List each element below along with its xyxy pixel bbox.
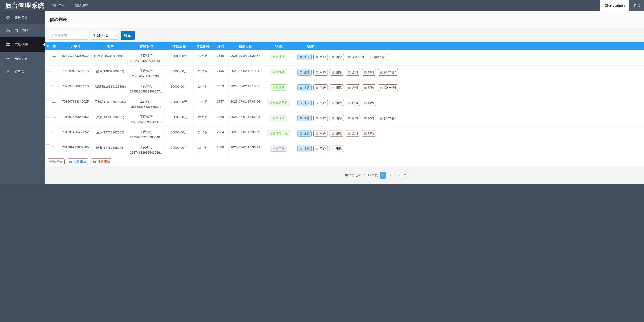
action-button-删除[interactable]: 删除 (330, 115, 344, 121)
cell-customer: 聚聚(14785236955) (92, 112, 128, 127)
next-page-button[interactable]: 下一页 (396, 172, 408, 179)
action-button-label: 合同 (352, 86, 358, 90)
sidebar-item-3[interactable]: 借款列表 (0, 37, 45, 52)
users-icon (6, 29, 10, 33)
action-button-label: 删除 (336, 86, 342, 90)
action-button-业务[interactable]: 业务 (297, 85, 312, 91)
action-button-解约[interactable]: 解约 (362, 130, 376, 137)
bank-card-number: 24856985236985448... (128, 135, 164, 140)
action-button-业务[interactable]: 业务 (297, 54, 312, 60)
action-button-用户[interactable]: 用户 (314, 54, 328, 60)
action-button-label: 解约 (368, 86, 374, 90)
action-button-合同[interactable]: 合同 (346, 130, 360, 137)
sidebar-item-4[interactable]: 系统设置 (0, 52, 45, 65)
action-button-解约[interactable]: 解约 (362, 115, 376, 121)
action-button-业务[interactable]: 业务 (297, 130, 312, 137)
select-all-button[interactable]: 全选/反选 (46, 158, 64, 165)
logout-button[interactable]: 退出 (629, 0, 644, 11)
action-button-合同[interactable]: 合同 (346, 100, 360, 106)
action-button-未签合同[interactable]: 未签合同 (346, 54, 366, 60)
table-row: 1... 924211978365019 山水资源站(1888888... 工商… (45, 50, 644, 66)
action-button-删除[interactable]: 删除 (330, 130, 344, 137)
cell-actions: 业务用户删除合同解约操作转账 (295, 81, 644, 96)
action-buttons: 业务用户删除合同解约操作转账 (297, 115, 644, 121)
action-buttons: 业务用户删除合同解约操作转账 (297, 69, 644, 76)
bulk-audit-label: 批量审核 (74, 160, 86, 164)
action-button-删除[interactable]: 删除 (330, 100, 344, 106)
search-input[interactable] (49, 31, 88, 40)
action-button-解约[interactable]: 解约 (362, 85, 376, 91)
row-checkbox[interactable] (46, 144, 50, 148)
cell-order-no: 701591490452052 (59, 127, 92, 142)
cell-transfer-bank: 工商银行 2587452369852369 (128, 66, 164, 81)
bulk-audit-button[interactable]: 批量审核 (67, 158, 88, 165)
action-button-操作转账[interactable]: 操作转账 (378, 85, 398, 91)
action-button-删除[interactable]: 删除 (330, 85, 344, 91)
bank-card-number: 25896523698542365 (128, 119, 164, 125)
action-button-合同[interactable]: 合同 (346, 115, 360, 121)
action-button-用户[interactable]: 用户 (314, 69, 328, 76)
nav-link-clear-cache[interactable]: 清除缓存 (75, 3, 88, 8)
row-checkbox[interactable] (46, 83, 50, 87)
action-button-用户[interactable]: 用户 (314, 130, 328, 137)
sidebar-item-1[interactable]: 管理首页 (0, 11, 45, 24)
cell-period: 12个月 (194, 142, 212, 157)
action-button-label: 业务 (304, 86, 310, 90)
action-button-操作转账[interactable]: 操作转账 (378, 69, 398, 76)
status-badge: 综合评分不足 (267, 130, 290, 136)
form-icon (348, 71, 351, 74)
action-button-操作转账[interactable]: 操作转账 (368, 54, 388, 60)
column-header-customer: 客户 (92, 44, 128, 49)
trash-icon (332, 132, 335, 135)
cell-transfer-bank: 工商银行 62223564279940013... (128, 50, 164, 66)
column-header-order: 订单号 (59, 44, 92, 49)
action-button-业务[interactable]: 业务 (297, 146, 312, 152)
cell-select (45, 127, 50, 142)
action-button-删除[interactable]: 删除 (330, 69, 344, 76)
action-button-用户[interactable]: 用户 (314, 85, 328, 91)
cell-created-date: 2025-07-02 12:10:35 (228, 81, 262, 96)
cell-id: 1... (50, 142, 59, 157)
cell-created-date: 2025-07-02 12:19:00 (228, 66, 262, 81)
action-button-解约[interactable]: 解约 (362, 100, 376, 106)
action-button-label: 删除 (336, 70, 342, 74)
sidebar-item-2[interactable]: 用户管理 (0, 24, 45, 37)
filter-submit-button[interactable]: 筛选 (120, 31, 135, 40)
action-button-用户[interactable]: 用户 (314, 100, 328, 106)
row-checkbox[interactable] (46, 53, 50, 56)
status-badge: 到账成功 (270, 115, 287, 121)
action-button-删除[interactable]: 删除 (330, 54, 344, 60)
bulk-delete-button[interactable]: 批量删除 (90, 158, 112, 165)
row-checkbox[interactable] (46, 68, 50, 72)
action-button-用户[interactable]: 用户 (314, 115, 328, 121)
action-button-业务[interactable]: 业务 (297, 115, 312, 121)
cell-status: 到账成功 (262, 112, 295, 127)
action-button-label: 用户 (320, 55, 326, 59)
sidebar-item-5[interactable]: 管理员 (0, 65, 45, 78)
action-buttons: 业务用户删除合同解约操作转账 (297, 85, 644, 91)
cell-amount: 30000.00元 (164, 50, 194, 66)
action-button-合同[interactable]: 合同 (346, 69, 360, 76)
action-button-删除[interactable]: 删除 (330, 146, 344, 152)
page-button-2[interactable]: 2 (388, 172, 394, 179)
navbar-menu: 前往首页 清除缓存 (52, 3, 88, 8)
action-button-解约[interactable]: 解约 (362, 69, 376, 76)
action-button-合同[interactable]: 合同 (346, 85, 360, 91)
form-icon (299, 147, 302, 150)
nav-link-home[interactable]: 前往首页 (52, 3, 65, 8)
row-checkbox[interactable] (46, 99, 50, 102)
action-button-业务[interactable]: 业务 (297, 69, 312, 76)
status-select[interactable]: 请选择状态 (90, 31, 118, 40)
cell-period: 12个月 (194, 96, 212, 111)
row-checkbox[interactable] (46, 129, 50, 133)
action-button-业务[interactable]: 业务 (297, 100, 312, 106)
row-checkbox[interactable] (46, 114, 50, 118)
cell-monthly-payment: 2145 (212, 66, 228, 81)
action-button-操作转账[interactable]: 操作转账 (378, 115, 398, 121)
bank-name: 工商银行 (128, 114, 164, 119)
page-button-1[interactable]: 1 (380, 172, 386, 179)
cell-created-date: 2025-07-01 16:39:09 (228, 127, 262, 142)
cell-select (45, 142, 50, 157)
action-button-用户[interactable]: 用户 (314, 146, 328, 152)
cell-period: 24个月 (194, 66, 212, 81)
